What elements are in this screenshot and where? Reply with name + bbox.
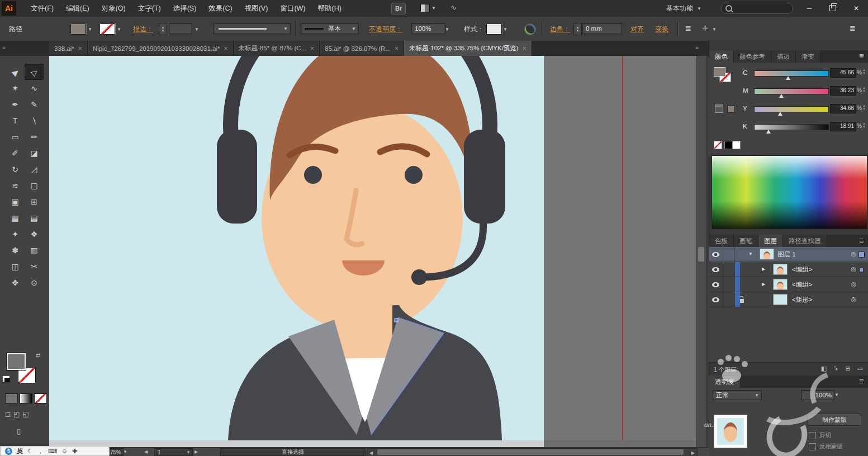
transparency-opacity-field[interactable]: 100% (801, 390, 834, 400)
clip-checkbox[interactable] (809, 432, 816, 439)
ime-fullhalf-icon[interactable]: ☾ (27, 448, 33, 455)
tab-overflow-icon[interactable]: » (695, 44, 699, 51)
horizontal-scrollbar[interactable]: ◀ ▶ (367, 448, 698, 456)
menu-item-效果(C)[interactable]: 效果(C) (202, 0, 238, 17)
value-stepper[interactable]: ▲▼ (862, 104, 866, 111)
corner-link[interactable]: 边角： (550, 25, 570, 34)
ime-language-toggle[interactable]: 英 (17, 447, 23, 455)
slider-thumb[interactable] (778, 112, 782, 116)
paintbrush-tool[interactable]: ✏ (25, 129, 44, 145)
tab-close-icon[interactable]: × (395, 45, 399, 53)
panel-menu-icon[interactable]: ≣ (859, 50, 868, 63)
tab-close-icon[interactable]: × (224, 45, 228, 53)
menu-item-编辑(E)[interactable]: 编辑(E) (60, 0, 96, 17)
channel-value-field[interactable]: 36.23 (830, 86, 856, 96)
panel-menu-icon[interactable]: ≣ (859, 235, 868, 247)
hand-tool[interactable]: ✥ (6, 274, 25, 291)
color-tab-颜色参考[interactable]: 颜色参考 (734, 50, 771, 63)
transparency-tab-透明度[interactable]: 透明度 (709, 376, 741, 388)
color-tab-渐变[interactable]: 渐变 (796, 50, 820, 63)
free-transform-tool[interactable]: ▢ (25, 177, 44, 193)
restore-button[interactable] (821, 0, 845, 16)
ime-toolbox-icon[interactable]: ✚ (72, 448, 77, 455)
chevron-down-icon[interactable]: ▼ (712, 27, 717, 32)
value-stepper[interactable]: ▲▼ (862, 122, 866, 129)
style-caret-icon[interactable]: ▼ (503, 27, 507, 32)
target-circle-icon[interactable]: ◎ (851, 281, 856, 288)
visibility-eye-icon[interactable] (712, 252, 719, 257)
arrange-documents-button[interactable]: ▼ (420, 4, 436, 12)
minimize-button[interactable]: ─ (798, 0, 821, 16)
scroll-left-icon[interactable]: ◀ (369, 450, 373, 455)
close-button[interactable]: ✕ (845, 0, 868, 16)
cs-live-icon[interactable]: ∿ (450, 3, 457, 12)
constrain-icon[interactable]: ✛ (702, 24, 708, 32)
vertical-scrollbar-thumb[interactable] (698, 247, 704, 262)
ime-keyboard-icon[interactable]: ⌨ (48, 448, 57, 455)
stroke-weight-stepper[interactable]: ▲▼ (159, 23, 167, 35)
current-tool-field[interactable]: 直接选择 (220, 448, 366, 456)
default-fill-stroke-icon[interactable] (2, 376, 10, 382)
none-swatch[interactable] (714, 141, 722, 149)
layer-thumbnail[interactable] (760, 249, 774, 260)
opacity-caret-icon[interactable]: ▼ (834, 392, 839, 397)
eraser-tool[interactable]: ◪ (25, 145, 44, 161)
value-stepper[interactable]: ▲▼ (862, 86, 866, 93)
control-panel-menu-icon[interactable]: ≣ (850, 24, 856, 32)
new-sublayer-icon[interactable]: ↳ (833, 365, 838, 372)
slice-tool[interactable]: ✂ (25, 258, 44, 274)
transform-link[interactable]: 变换 (655, 25, 668, 34)
document-tab[interactable]: 85.ai* @ 326.07% (R...× (320, 41, 404, 56)
channel-value-field[interactable]: 18.91 (830, 122, 856, 131)
menu-item-文件(F)[interactable]: 文件(F) (25, 0, 60, 17)
zoom-caret-icon[interactable]: ▼ (123, 449, 127, 454)
slider-track-C[interactable] (754, 70, 829, 77)
vertical-scrollbar[interactable] (696, 56, 706, 447)
layer-thumbnail[interactable] (773, 279, 788, 290)
lock-cell[interactable] (723, 247, 734, 262)
make-mask-button[interactable]: 制作蒙版 (808, 414, 861, 426)
tab-close-icon[interactable]: × (78, 45, 82, 53)
panel-menu-icon[interactable]: ≣ (859, 376, 868, 388)
opacity-field[interactable]: 100% (411, 23, 445, 34)
layer-thumbnail[interactable] (773, 264, 788, 275)
channel-value-field[interactable]: 45.66 (830, 68, 856, 78)
graphic-style-swatch[interactable] (486, 23, 502, 35)
expander-icon[interactable]: ▶ (762, 282, 765, 287)
color-button[interactable] (5, 393, 18, 403)
corner-field[interactable]: 0 mm (582, 23, 622, 34)
stroke-color-swatch[interactable] (99, 23, 115, 35)
workspace-switcher[interactable]: 基本功能 ▼ (666, 4, 701, 13)
recolor-artwork-icon[interactable] (524, 23, 536, 35)
slider-track-Y[interactable] (754, 106, 829, 112)
eyedropper-tool[interactable]: ✦ (6, 226, 25, 242)
pencil-tool[interactable]: ✐ (6, 145, 25, 161)
lock-cell[interactable] (723, 262, 734, 277)
target-circle-icon[interactable]: ◎ (851, 250, 856, 258)
scale-tool[interactable]: ◿ (25, 161, 44, 177)
menu-item-选择(S)[interactable]: 选择(S) (167, 0, 203, 17)
column-graph-tool[interactable]: ▥ (25, 242, 44, 258)
blend-mode-dropdown[interactable]: 正常 ▼ (713, 390, 762, 400)
menu-item-视图(V)[interactable]: 视图(V) (239, 0, 274, 17)
document-tab[interactable]: 338.ai*× (49, 41, 88, 56)
visibility-eye-icon[interactable] (712, 282, 719, 287)
brush-definition-dropdown[interactable]: 基本 ▼ (301, 23, 359, 34)
tab-close-icon[interactable]: × (523, 45, 527, 53)
bridge-button[interactable]: Br (391, 3, 406, 15)
menu-item-对象(O)[interactable]: 对象(O) (96, 0, 132, 17)
white-swatch[interactable] (732, 141, 741, 149)
horizontal-scrollbar-thumb[interactable] (377, 449, 684, 455)
lock-cell[interactable] (723, 292, 734, 307)
corner-stepper[interactable]: ▲▼ (573, 23, 582, 35)
value-stepper[interactable]: ▲▼ (862, 68, 866, 75)
curvature-tool[interactable]: ✎ (25, 96, 44, 112)
align-link[interactable]: 对齐 (630, 25, 644, 34)
draw-behind-icon[interactable]: ◰ (13, 410, 20, 418)
panel-fill-swatch[interactable] (714, 67, 725, 77)
fill-color-swatch[interactable] (70, 23, 86, 35)
lock-cell[interactable] (723, 277, 734, 292)
menu-item-窗口(W)[interactable]: 窗口(W) (274, 0, 311, 17)
stroke-panel-link[interactable]: 描边： (133, 25, 153, 34)
prev-artboard-icon[interactable]: ◀ (144, 449, 148, 454)
